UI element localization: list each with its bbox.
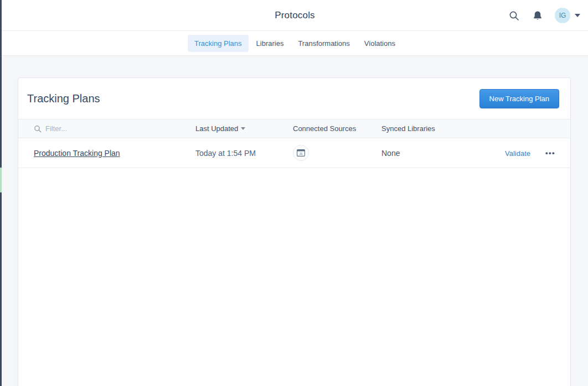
main-tabs: Tracking Plans Libraries Transformations… xyxy=(2,31,588,56)
search-icon xyxy=(509,11,519,21)
background-sidebar-sliver xyxy=(0,0,2,386)
card-title: Tracking Plans xyxy=(27,92,100,105)
card-header: Tracking Plans New Tracking Plan xyxy=(18,78,570,119)
plan-name-cell: Production Tracking Plan xyxy=(18,149,195,158)
svg-text:JS: JS xyxy=(300,152,303,155)
validate-cell: Validate xyxy=(486,149,530,158)
validate-link[interactable]: Validate xyxy=(505,149,530,158)
sort-caret-down-icon xyxy=(241,127,245,130)
javascript-source-icon[interactable]: JS xyxy=(293,145,309,161)
column-header-synced-libraries: Synced Libraries xyxy=(381,124,486,133)
sidebar-green-accent xyxy=(0,168,2,192)
filter-cell xyxy=(18,124,195,133)
tab-libraries[interactable]: Libraries xyxy=(250,35,291,52)
tab-violations[interactable]: Violations xyxy=(358,35,402,52)
main-content: Tracking Plans New Tracking Plan xyxy=(2,56,588,386)
page-title: Protocols xyxy=(2,0,588,31)
row-menu-cell: ••• xyxy=(530,149,570,157)
protocols-app: Protocols IG xyxy=(2,0,588,386)
filter-input[interactable] xyxy=(45,124,156,133)
ellipsis-menu-icon[interactable]: ••• xyxy=(545,149,555,157)
column-header-last-updated[interactable]: Last Updated xyxy=(195,124,293,133)
tracking-plans-card: Tracking Plans New Tracking Plan xyxy=(18,77,571,386)
tab-tracking-plans[interactable]: Tracking Plans xyxy=(188,35,249,52)
table-header-row: Last Updated Connected Sources Synced Li… xyxy=(18,119,570,138)
top-header: Protocols IG xyxy=(2,0,588,31)
connected-sources-cell: JS xyxy=(293,145,381,161)
user-menu[interactable]: IG xyxy=(555,8,580,23)
bell-icon xyxy=(533,11,543,21)
notifications-button[interactable] xyxy=(532,9,544,22)
avatar[interactable]: IG xyxy=(555,8,570,23)
new-tracking-plan-button[interactable]: New Tracking Plan xyxy=(479,89,559,108)
filter-search-icon xyxy=(34,125,42,133)
column-label: Last Updated xyxy=(195,124,238,133)
synced-libraries-cell: None xyxy=(381,149,486,158)
table-row: Production Tracking Plan Today at 1:54 P… xyxy=(18,138,570,168)
chevron-down-icon xyxy=(575,14,580,17)
last-updated-cell: Today at 1:54 PM xyxy=(195,149,293,158)
column-header-connected-sources: Connected Sources xyxy=(293,124,381,133)
tracking-plan-link[interactable]: Production Tracking Plan xyxy=(34,149,120,158)
topbar-actions: IG xyxy=(508,0,580,31)
tab-transformations[interactable]: Transformations xyxy=(291,35,356,52)
search-button[interactable] xyxy=(508,9,520,22)
filter-field[interactable] xyxy=(34,124,195,133)
